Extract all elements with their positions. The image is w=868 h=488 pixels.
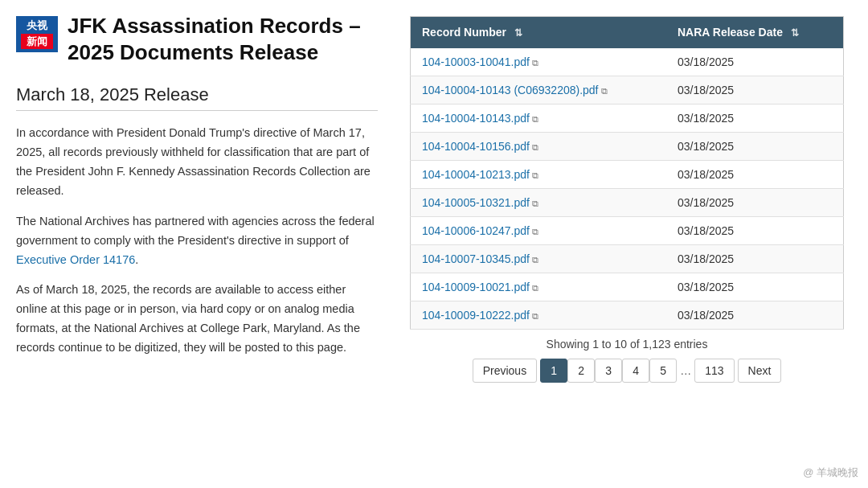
executive-order-link[interactable]: Executive Order 14176 xyxy=(16,253,135,266)
release-date-cell: 03/18/2025 xyxy=(666,301,844,329)
logo-area: 央视 新闻 JFK Assassination Records – 2025 D… xyxy=(16,16,378,65)
paragraph-1: In accordance with President Donald Trum… xyxy=(16,124,378,201)
pagination-ellipsis: … xyxy=(677,359,694,382)
page-title: JFK Assassination Records – 2025 Documen… xyxy=(68,13,378,65)
pdf-icon: ⧉ xyxy=(532,114,538,124)
col1-sort-icon[interactable]: ⇅ xyxy=(514,27,522,40)
table-row: 104-10006-10247.pdf⧉03/18/2025 xyxy=(411,216,844,244)
release-date-cell: 03/18/2025 xyxy=(666,244,844,273)
record-link[interactable]: 104-10004-10143 (C06932208).pdf xyxy=(422,84,599,96)
col-record-number[interactable]: Record Number ⇅ xyxy=(411,17,666,48)
record-number-cell: 104-10007-10345.pdf⧉ xyxy=(411,244,666,273)
record-number-cell: 104-10004-10156.pdf⧉ xyxy=(411,132,666,160)
release-date-cell: 03/18/2025 xyxy=(666,273,844,301)
record-link[interactable]: 104-10007-10345.pdf xyxy=(422,252,530,265)
next-button[interactable]: Next xyxy=(738,359,782,383)
record-number-cell: 104-10006-10247.pdf⧉ xyxy=(411,216,666,244)
table-header-row: Record Number ⇅ NARA Release Date ⇅ xyxy=(411,17,844,48)
pagination: Previous 12345…113 Next xyxy=(410,359,844,383)
record-link[interactable]: 104-10004-10143.pdf xyxy=(422,112,530,125)
watermark: @ 羊城晚报 xyxy=(803,465,858,480)
table-row: 104-10005-10321.pdf⧉03/18/2025 xyxy=(411,188,844,216)
pdf-icon: ⧉ xyxy=(601,86,608,96)
record-number-cell: 104-10003-10041.pdf⧉ xyxy=(411,48,666,76)
cctv-logo: 央视 新闻 xyxy=(16,16,58,52)
release-date-cell: 03/18/2025 xyxy=(666,160,844,188)
col2-sort-icon[interactable]: ⇅ xyxy=(791,27,799,40)
logo-line1: 央视 xyxy=(21,19,53,32)
page-button-113[interactable]: 113 xyxy=(694,359,734,383)
record-link[interactable]: 104-10006-10247.pdf xyxy=(422,224,530,237)
pdf-icon: ⧉ xyxy=(532,199,538,208)
paragraph-2: The National Archives has partnered with… xyxy=(16,212,378,270)
record-number-cell: 104-10009-10021.pdf⧉ xyxy=(411,273,666,301)
pdf-icon: ⧉ xyxy=(532,227,538,236)
logo-line2: 新闻 xyxy=(21,34,53,50)
release-date-cell: 03/18/2025 xyxy=(666,104,844,132)
table-row: 104-10004-10143.pdf⧉03/18/2025 xyxy=(411,104,844,132)
table-footer: Showing 1 to 10 of 1,123 entries xyxy=(410,338,844,351)
table-row: 104-10009-10021.pdf⧉03/18/2025 xyxy=(411,273,844,301)
link-suffix: . xyxy=(135,253,138,266)
pdf-icon: ⧉ xyxy=(532,283,538,293)
record-number-cell: 104-10004-10143 (C06932208).pdf⧉ xyxy=(411,76,666,104)
record-link[interactable]: 104-10009-10021.pdf xyxy=(422,281,530,293)
pdf-icon: ⧉ xyxy=(532,255,538,265)
pdf-icon: ⧉ xyxy=(532,170,538,180)
release-date-cell: 03/18/2025 xyxy=(666,48,844,76)
col-nara-release-date[interactable]: NARA Release Date ⇅ xyxy=(666,17,844,48)
right-panel: Record Number ⇅ NARA Release Date ⇅ 104-… xyxy=(410,16,844,383)
paragraph-3: As of March 18, 2025, the records are av… xyxy=(16,281,378,358)
table-row: 104-10009-10222.pdf⧉03/18/2025 xyxy=(411,301,844,329)
release-date-cell: 03/18/2025 xyxy=(666,216,844,244)
release-date-cell: 03/18/2025 xyxy=(666,76,844,104)
page-button-4[interactable]: 4 xyxy=(622,359,649,383)
table-row: 104-10007-10345.pdf⧉03/18/2025 xyxy=(411,244,844,273)
record-number-cell: 104-10005-10321.pdf⧉ xyxy=(411,188,666,216)
record-link[interactable]: 104-10004-10156.pdf xyxy=(422,140,530,153)
records-table: Record Number ⇅ NARA Release Date ⇅ 104-… xyxy=(410,16,844,330)
table-row: 104-10004-10156.pdf⧉03/18/2025 xyxy=(411,132,844,160)
record-link[interactable]: 104-10009-10222.pdf xyxy=(422,309,530,322)
previous-button[interactable]: Previous xyxy=(473,359,537,383)
table-row: 104-10004-10213.pdf⧉03/18/2025 xyxy=(411,160,844,188)
showing-text: Showing 1 to 10 of 1,123 entries xyxy=(547,338,708,351)
page-button-3[interactable]: 3 xyxy=(595,359,622,383)
page-button-5[interactable]: 5 xyxy=(649,359,677,383)
paragraph-2-text: The National Archives has partnered with… xyxy=(16,215,375,247)
page-button-1[interactable]: 1 xyxy=(540,359,567,383)
table-row: 104-10004-10143 (C06932208).pdf⧉03/18/20… xyxy=(411,76,844,104)
record-link[interactable]: 104-10004-10213.pdf xyxy=(422,168,530,181)
table-body: 104-10003-10041.pdf⧉03/18/2025104-10004-… xyxy=(411,48,844,330)
record-number-cell: 104-10004-10143.pdf⧉ xyxy=(411,104,666,132)
release-date-cell: 03/18/2025 xyxy=(666,132,844,160)
record-link[interactable]: 104-10005-10321.pdf xyxy=(422,196,530,209)
release-heading: March 18, 2025 Release xyxy=(16,84,378,105)
left-panel: 央视 新闻 JFK Assassination Records – 2025 D… xyxy=(16,16,386,383)
record-number-cell: 104-10004-10213.pdf⧉ xyxy=(411,160,666,188)
record-number-cell: 104-10009-10222.pdf⧉ xyxy=(411,301,666,329)
page-button-2[interactable]: 2 xyxy=(567,359,595,383)
record-link[interactable]: 104-10003-10041.pdf xyxy=(422,55,530,68)
pdf-icon: ⧉ xyxy=(532,311,538,321)
pdf-icon: ⧉ xyxy=(532,142,538,152)
release-date-cell: 03/18/2025 xyxy=(666,188,844,216)
table-row: 104-10003-10041.pdf⧉03/18/2025 xyxy=(411,48,844,76)
page-buttons-container: 12345…113 xyxy=(540,359,734,383)
pdf-icon: ⧉ xyxy=(532,58,538,68)
section-divider xyxy=(16,110,378,111)
